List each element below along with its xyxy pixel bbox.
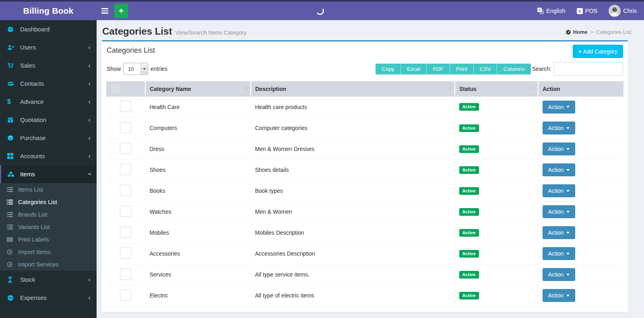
dollar-icon: $ [7,98,17,105]
app-logo[interactable]: Billing Book [0,2,97,20]
show-label: Show [107,66,121,72]
caret-down-icon [566,295,570,298]
csv-button[interactable]: CSV [474,64,497,74]
sidebar-item-users[interactable]: Users [0,38,97,56]
action-button[interactable]: Action [543,142,576,155]
search-input[interactable] [554,62,623,76]
category-description: Men & Women [251,201,455,222]
pdf-button[interactable]: PDF [427,64,450,74]
print-button[interactable]: Print [450,64,474,74]
category-description: Computer categories [251,118,455,138]
user-menu[interactable]: Chris [609,5,637,17]
excel-button[interactable]: Excel [401,64,427,74]
status-badge: Active [459,124,479,132]
row-checkbox[interactable] [120,185,131,196]
action-button[interactable]: Action [543,247,576,260]
action-button[interactable]: Action [543,184,576,197]
chevron-left-icon [88,134,91,141]
table-row: Mobiles Mobiles Description Active Actio… [106,222,623,243]
table-toolbar: Show 10 entries Copy Excel PDF Print CSV… [102,59,628,81]
action-button[interactable]: Action [543,163,576,176]
sidebar-item-import-services[interactable]: Import Services [0,258,97,271]
table-row: Dress Men & Women Dresses Active Action [106,138,623,159]
sidebar-item-accounts[interactable]: Accounts [0,147,97,165]
categories-table: Category Name Description Status Action … [106,81,623,306]
column-header-category-name[interactable]: Category Name [145,81,251,97]
language-label: English [546,8,566,14]
chevron-left-icon [88,62,91,69]
sidebar-item-print-labels[interactable]: Print Labels [0,233,97,246]
sidebar-item-label: Purchase [20,134,45,141]
sidebar-item-contacts[interactable]: Contacts [0,74,97,93]
breadcrumb-home[interactable]: Home [566,29,588,35]
category-name: Services [145,264,251,285]
avatar [609,5,621,17]
sidebar: Dashboard Users Sales Contacts $ Advance… [0,20,97,318]
row-checkbox[interactable] [120,101,131,112]
select-all-header[interactable] [106,81,145,97]
column-header-description[interactable]: Description [251,81,455,97]
row-checkbox[interactable] [120,227,131,238]
category-description: Mobiles Description [251,222,455,243]
chevron-left-icon [88,294,91,301]
entries-value: 10 [124,63,141,74]
sidebar-item-purchase[interactable]: Purchase [0,129,97,147]
sidebar-item-expenses[interactable]: Expenses [0,289,97,307]
sidebar-item-import-items[interactable]: Import Items [0,246,97,258]
row-checkbox[interactable] [120,143,131,154]
pos-button[interactable]: + POS [577,8,598,14]
sidebar-item-advance[interactable]: $ Advance [0,93,97,111]
sidebar-item-variants-list[interactable]: Variants List [0,221,97,233]
sidebar-item-categories-list[interactable]: Categories List [0,196,97,208]
quick-add-button[interactable]: + [114,4,128,18]
main-content: Categories ListView/Search Items Categor… [97,20,644,318]
add-category-button[interactable]: Add Category [573,45,623,58]
table-row: Services All type service items. Active … [106,264,623,285]
panel-title: Categories List [107,46,155,54]
language-menu[interactable]: Aa English [537,8,566,14]
sidebar-item-brands-list[interactable]: Brands List [0,208,97,221]
page-subtitle: View/Search Items Category [175,29,246,36]
sidebar-item-quotation[interactable]: Quotation [0,111,97,129]
row-checkbox[interactable] [120,248,131,259]
sidebar-item-label: Items [20,171,35,178]
action-button[interactable]: Action [543,289,576,302]
category-name: Computers [145,118,251,138]
columns-button[interactable]: Columns [497,64,530,74]
entries-select[interactable]: 10 [123,63,148,75]
action-button[interactable]: Action [543,268,576,281]
table-row: Electric All type of electric items Acti… [106,285,623,306]
sidebar-item-dashboard[interactable]: Dashboard [0,20,97,38]
column-header-status[interactable]: Status [455,81,538,97]
sidebar-toggle-icon[interactable] [97,2,113,20]
action-button[interactable]: Action [543,122,576,134]
row-checkbox[interactable] [120,206,131,217]
list-icon [7,225,16,229]
sidebar-item-stock[interactable]: Stock [0,271,97,289]
sidebar-item-items[interactable]: Items [0,165,97,183]
chevron-left-icon [88,44,91,51]
sub-item-label: Brands List [18,211,47,218]
row-checkbox[interactable] [120,164,131,175]
chevron-left-icon [88,153,91,159]
loading-spinner-icon [315,6,324,15]
category-name: Accessories [145,243,251,264]
tachometer-icon [7,26,17,33]
copy-button[interactable]: Copy [376,64,401,74]
sidebar-item-sales[interactable]: Sales [0,56,97,74]
action-button[interactable]: Action [543,101,576,114]
user-plus-icon [7,44,17,51]
select-all-checkbox[interactable] [110,83,122,95]
sub-item-label: Import Services [18,261,59,268]
user-name: Chris [623,8,637,14]
category-name: Books [145,180,251,201]
row-checkbox[interactable] [120,122,131,133]
row-checkbox[interactable] [120,268,131,280]
row-checkbox[interactable] [120,289,131,301]
users-icon [7,81,17,87]
sidebar-item-items-list[interactable]: Items List [0,183,97,196]
action-button[interactable]: Action [543,226,576,239]
list-icon [7,200,16,204]
action-button[interactable]: Action [543,205,576,218]
table-row: Accessories Accessories Description Acti… [106,243,623,264]
